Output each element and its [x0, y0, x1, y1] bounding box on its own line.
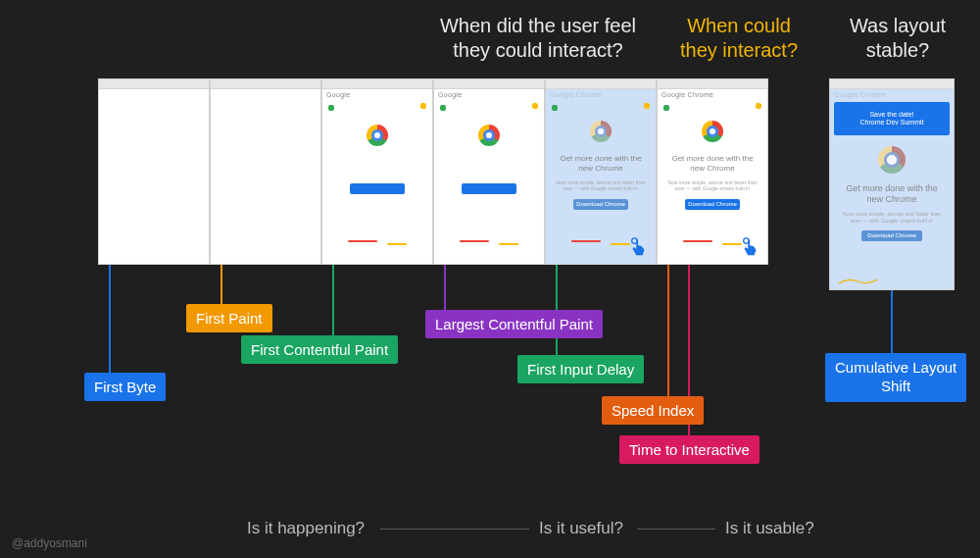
label-tti: Time to Interactive — [619, 435, 760, 464]
question-layout: Was layout stable? — [839, 14, 956, 63]
question-feel: When did the user feel they could intera… — [425, 14, 651, 63]
credit: @addyosmani — [12, 536, 87, 550]
page-title: Google — [434, 89, 544, 100]
line-cls — [891, 290, 893, 353]
frame-5-fid: Google Chrome Get more done with the new… — [545, 78, 657, 265]
footer-line-1 — [380, 529, 529, 530]
footer-line-2 — [637, 529, 715, 530]
label-first-byte: First Byte — [84, 373, 166, 401]
frame-2-first-paint — [210, 78, 321, 265]
frame-sub: Now more simple, secure and faster than … — [556, 179, 646, 191]
page-title: Google Chrome — [658, 89, 767, 100]
frame-3-fcp: Google — [321, 78, 433, 265]
frame-4-lcp: Google — [433, 78, 545, 265]
touch-icon — [628, 236, 650, 258]
download-button-label: Download Chrome — [685, 199, 740, 210]
diagram-stage: When did the user feel they could intera… — [0, 0, 980, 558]
footer-happening: Is it happening? — [247, 519, 365, 538]
frame-sub: Now more simple, secure and faster than … — [667, 179, 758, 191]
label-speed-index: Speed Index — [602, 396, 704, 425]
frame-sub: Now more simple, secure and faster than … — [840, 211, 944, 224]
page-title: Google Chrome — [546, 89, 656, 100]
label-cls: Cumulative Layout Shift — [825, 353, 966, 402]
page-title: Google Chrome — [830, 89, 954, 100]
label-fid: First Input Delay — [517, 355, 644, 383]
frame-headline: Get more done with the new Chrome — [838, 183, 946, 205]
line-first-byte — [109, 265, 111, 373]
label-fcp: First Contentful Paint — [241, 335, 398, 364]
line-fcp — [332, 265, 334, 335]
footer-usable: Is it usable? — [725, 519, 814, 538]
line-lcp — [444, 265, 446, 310]
question-could: When could they interact? — [670, 14, 808, 63]
download-button-label: Download Chrome — [573, 199, 628, 210]
frame-7-cls: Google Chrome Save the date! Chrome Dev … — [829, 78, 955, 290]
download-button-label: Download Chrome — [861, 230, 922, 241]
frame-1-blank — [98, 78, 210, 265]
banner-line-1: Save the date! — [869, 111, 913, 119]
line-speed-index — [667, 265, 669, 396]
banner: Save the date! Chrome Dev Summit — [834, 102, 950, 135]
footer-useful: Is it useful? — [539, 519, 623, 538]
label-lcp: Largest Contentful Paint — [425, 310, 603, 338]
label-first-paint: First Paint — [186, 304, 272, 332]
page-title: Google — [322, 89, 432, 100]
frame-headline: Get more done with the new Chrome — [554, 154, 648, 173]
frame-headline: Get more done with the new Chrome — [665, 154, 760, 173]
line-first-paint — [220, 265, 222, 304]
touch-icon — [740, 236, 761, 258]
frame-6-interactive: Google Chrome Get more done with the new… — [657, 78, 768, 265]
banner-line-2: Chrome Dev Summit — [860, 119, 924, 127]
